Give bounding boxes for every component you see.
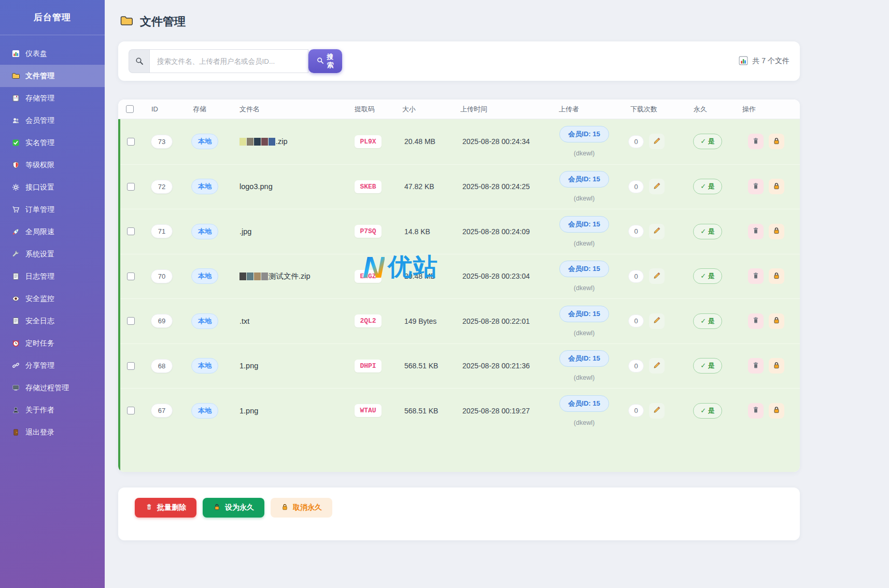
delete-file-button[interactable] xyxy=(748,179,764,194)
file-size: 20.48 MB xyxy=(392,137,450,146)
delete-file-button[interactable] xyxy=(748,358,764,374)
uploader-username: (dkewl) xyxy=(574,419,595,426)
download-count-badge: 0 xyxy=(628,225,644,238)
edit-downloads-button[interactable] xyxy=(649,134,665,149)
row-checkbox[interactable] xyxy=(127,362,135,370)
search-icon xyxy=(129,49,149,73)
sidebar-item-仪表盘[interactable]: 仪表盘 xyxy=(0,42,105,65)
sidebar-item-定时任务[interactable]: 定时任务 xyxy=(0,332,105,354)
action-button-label: 设为永久 xyxy=(225,503,254,512)
sidebar-item-label: 关于作者 xyxy=(25,406,54,415)
row-checkbox[interactable] xyxy=(127,138,135,146)
toggle-permanent-button[interactable] xyxy=(769,313,784,329)
extract-code-badge: EHGZ xyxy=(355,270,381,283)
row-checkbox-cell xyxy=(120,138,141,146)
sidebar-item-安全日志[interactable]: 安全日志 xyxy=(0,310,105,332)
delete-file-button[interactable] xyxy=(748,134,764,149)
edit-downloads-button[interactable] xyxy=(649,313,665,329)
file-name: 1.png xyxy=(227,362,344,370)
sidebar-item-label: 文件管理 xyxy=(25,71,54,81)
batch-delete-button[interactable]: 批量删除 xyxy=(135,498,196,518)
edit-downloads-button[interactable] xyxy=(649,403,665,419)
operations-cell xyxy=(732,224,800,239)
sidebar-item-订单管理[interactable]: 订单管理 xyxy=(0,198,105,221)
extract-code-cell: SKEB xyxy=(344,180,392,193)
sidebar-item-会员管理[interactable]: 会员管理 xyxy=(0,109,105,132)
file-id-cell: 67 xyxy=(141,404,182,418)
member-id-badge: 会员ID: 15 xyxy=(559,126,609,142)
select-all-checkbox[interactable] xyxy=(126,105,134,113)
row-checkbox[interactable] xyxy=(127,183,135,191)
toggle-permanent-button[interactable] xyxy=(769,358,784,374)
edit-downloads-button[interactable] xyxy=(649,224,665,239)
extract-code-badge: P7SQ xyxy=(355,225,381,238)
row-checkbox[interactable] xyxy=(127,407,135,414)
member-id-badge: 会员ID: 15 xyxy=(559,171,609,188)
sidebar-item-关于作者[interactable]: 关于作者 xyxy=(0,399,105,421)
wrench-icon xyxy=(11,250,20,259)
row-checkbox-cell xyxy=(120,317,141,325)
file-count-label: 共 7 个文件 xyxy=(752,56,789,66)
operations-cell xyxy=(732,313,800,329)
file-id-badge: 72 xyxy=(151,180,173,194)
sidebar-item-系统设置[interactable]: 系统设置 xyxy=(0,243,105,265)
toggle-permanent-button[interactable] xyxy=(769,179,784,194)
storage-badge: 本地 xyxy=(191,358,218,374)
sidebar-item-文件管理[interactable]: 文件管理 xyxy=(0,65,105,87)
sidebar-title: 后台管理 xyxy=(0,0,105,35)
search-button[interactable]: 搜索 xyxy=(308,49,342,73)
set-permanent-button[interactable]: 设为永久 xyxy=(203,498,264,518)
row-checkbox[interactable] xyxy=(127,273,135,280)
file-id-badge: 73 xyxy=(151,135,173,149)
toggle-permanent-button[interactable] xyxy=(769,403,784,419)
toggle-permanent-button[interactable] xyxy=(769,224,784,239)
cancel-permanent-button[interactable]: 取消永久 xyxy=(271,498,332,518)
file-id-cell: 71 xyxy=(141,224,182,238)
sidebar-item-日志管理[interactable]: 日志管理 xyxy=(0,265,105,288)
file-name: logo3.png xyxy=(227,182,344,191)
sidebar-item-label: 接口设置 xyxy=(25,183,54,192)
edit-downloads-button[interactable] xyxy=(649,268,665,284)
sidebar-item-接口设置[interactable]: 接口设置 xyxy=(0,176,105,198)
uploader-cell: 会员ID: 15(dkewl) xyxy=(548,395,620,426)
sidebar-item-等级权限[interactable]: 等级权限 xyxy=(0,154,105,176)
upload-time: 2025-08-28 00:22:01 xyxy=(450,317,548,325)
row-checkbox-cell xyxy=(120,227,141,235)
sidebar-item-存储过程管理[interactable]: 存储过程管理 xyxy=(0,377,105,399)
toggle-permanent-button[interactable] xyxy=(769,268,784,284)
download-count-badge: 0 xyxy=(628,270,644,283)
folder-icon xyxy=(119,15,134,29)
search-input[interactable] xyxy=(149,49,308,73)
sidebar-item-分享管理[interactable]: 分享管理 xyxy=(0,354,105,377)
upload-time: 2025-08-28 00:24:34 xyxy=(450,137,548,146)
file-id-badge: 68 xyxy=(151,359,173,373)
floppy-icon xyxy=(11,94,20,103)
permanent-cell: ✓ 是 xyxy=(683,224,732,239)
storage-cell: 本地 xyxy=(182,224,227,239)
user-icon xyxy=(11,406,20,414)
delete-file-button[interactable] xyxy=(748,403,764,419)
delete-file-button[interactable] xyxy=(748,268,764,284)
storage-badge: 本地 xyxy=(191,403,218,419)
delete-file-button[interactable] xyxy=(748,313,764,329)
row-checkbox[interactable] xyxy=(127,317,135,325)
edit-downloads-button[interactable] xyxy=(649,358,665,374)
uploader-cell: 会员ID: 15(dkewl) xyxy=(548,306,620,337)
lock-icon xyxy=(772,137,781,147)
sidebar-item-实名管理[interactable]: 实名管理 xyxy=(0,132,105,154)
delete-file-button[interactable] xyxy=(748,224,764,239)
row-checkbox[interactable] xyxy=(127,227,135,235)
uploader-cell: 会员ID: 15(dkewl) xyxy=(548,171,620,202)
sidebar-item-存储管理[interactable]: 存储管理 xyxy=(0,87,105,109)
sidebar-item-安全监控[interactable]: 安全监控 xyxy=(0,288,105,310)
sidebar-item-label: 订单管理 xyxy=(25,205,54,214)
uploader-cell: 会员ID: 15(dkewl) xyxy=(548,216,620,247)
sidebar-item-label: 存储管理 xyxy=(25,94,54,103)
file-id-cell: 69 xyxy=(141,314,182,328)
main-content: 文件管理 搜索 共 7 个文件 ID存储文件名提取码大小上传时间上传者下载次数永… xyxy=(105,0,889,588)
permanent-cell: ✓ 是 xyxy=(683,403,732,419)
sidebar-item-全局限速[interactable]: 全局限速 xyxy=(0,221,105,243)
toggle-permanent-button[interactable] xyxy=(769,134,784,149)
sidebar-item-退出登录[interactable]: 退出登录 xyxy=(0,421,105,443)
edit-downloads-button[interactable] xyxy=(649,179,665,194)
